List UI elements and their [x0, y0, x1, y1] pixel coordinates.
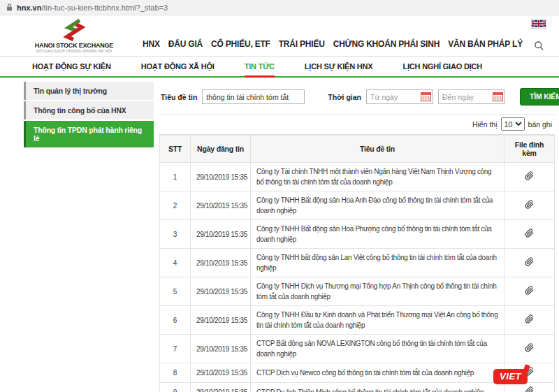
display-suffix: bản ghi: [528, 120, 552, 129]
row-index: 7: [160, 335, 191, 363]
subnav: HOẠT ĐỘNG SỰ KIỆNHOẠT ĐỘNG XÃ HỘITIN TỨC…: [0, 57, 559, 78]
title-filter-label: Tiêu đề tin: [161, 93, 197, 101]
attachment-cell[interactable]: [504, 191, 555, 220]
url-path: /tin-tuc-su-kien-ttcbhnx.html?_stab=3: [41, 3, 168, 12]
paperclip-icon[interactable]: [525, 314, 534, 324]
from-date-wrap: [366, 89, 433, 104]
col-header-stt: STT: [160, 136, 191, 163]
row-title-link[interactable]: CTCP Dịch vụ Newco công bố thông tin tài…: [251, 363, 504, 383]
col-header-file: File đính kèm: [504, 136, 555, 163]
logo-title: HANOI STOCK EXCHANGE: [29, 42, 119, 49]
lock-icon: [6, 3, 13, 11]
row-index: 5: [160, 277, 191, 306]
subnav-item[interactable]: LỊCH SỰ KIỆN HNX: [305, 62, 373, 76]
table-row: 4 29/10/2019 15:35 Công ty TNHH bất động…: [160, 249, 555, 277]
row-index: 2: [160, 191, 191, 220]
row-date: 29/10/2019 15:35: [191, 335, 251, 363]
search-icon[interactable]: [534, 41, 544, 51]
time-filter-label: Thời gian: [328, 93, 361, 101]
to-date-wrap: [438, 89, 505, 104]
table-header-row: STT Ngày đăng tin Tiêu đề tin File đính …: [160, 136, 555, 163]
attachment-cell[interactable]: [504, 335, 555, 363]
main-nav: HNXĐẤU GIÁCỔ PHIẾU, ETFTRÁI PHIẾUCHỨNG K…: [143, 39, 523, 49]
row-index: 9: [160, 383, 191, 392]
main-panel: Tiêu đề tin Thời gian TÌM KIẾM: [159, 82, 555, 392]
page: hnx.vn/tin-tuc-su-kien-ttcbhnx.html?_sta…: [0, 0, 559, 392]
subnav-item[interactable]: TIN TỨC: [245, 62, 275, 78]
col-header-title: Tiêu đề tin: [251, 136, 504, 163]
uk-flag-icon[interactable]: [532, 20, 546, 28]
main-nav-item[interactable]: ĐẤU GIÁ: [168, 39, 203, 49]
attachment-cell[interactable]: [504, 163, 555, 191]
paperclip-icon[interactable]: [525, 386, 534, 392]
logo-subtitle: SỞ GIAO DỊCH CHỨNG KHOÁN HÀ NỘI: [29, 49, 119, 53]
row-title-link[interactable]: Công ty TNHH Bất động sản Hoa Phượng côn…: [251, 220, 504, 249]
row-title-link[interactable]: Công ty Tài chính TNHH một thành viên Ng…: [251, 163, 504, 191]
display-bar: Hiển thị 10 bản ghi: [159, 115, 555, 135]
row-index: 3: [160, 220, 191, 249]
table-row: 7 29/10/2019 15:35 CTCP Bất động sản NOV…: [160, 335, 555, 363]
row-index: 6: [160, 306, 191, 335]
main-nav-item[interactable]: CỔ PHIẾU, ETF: [211, 39, 270, 49]
table-row: 5 29/10/2019 15:35 Công ty TNHH Dịch vụ …: [160, 277, 555, 306]
row-title-link[interactable]: CTCP Bất động sản NOVA LEXINGTON công bố…: [251, 335, 504, 363]
subnav-item[interactable]: HOẠT ĐỘNG SỰ KIỆN: [32, 62, 111, 76]
site-header: HANOI STOCK EXCHANGE SỞ GIAO DỊCH CHỨNG …: [0, 15, 559, 57]
sidebar-item[interactable]: Tin quản lý thị trường: [24, 82, 154, 100]
filter-bar: Tiêu đề tin Thời gian TÌM KIẾM: [159, 82, 555, 115]
paperclip-icon[interactable]: [525, 200, 534, 209]
title-filter-input[interactable]: [202, 89, 305, 104]
table-row: 6 29/10/2019 15:35 Công ty TNHH Đầu tư K…: [160, 306, 555, 335]
row-date: 29/10/2019 15:35: [191, 191, 251, 220]
search-button[interactable]: TÌM KIẾM: [520, 88, 559, 106]
attachment-cell[interactable]: [504, 306, 555, 335]
row-date: 29/10/2019 15:35: [191, 277, 251, 306]
row-title-link[interactable]: Công ty TNHH Bất động sản Hoa Anh Đào cô…: [251, 191, 504, 220]
sidebar: Tin quản lý thị trườngThông tin công bố …: [24, 82, 154, 149]
row-date: 29/10/2019 15:35: [191, 306, 251, 335]
sidebar-item[interactable]: Thông tin TPDN phát hành riêng lẻ: [24, 121, 154, 147]
table-row: 1 29/10/2019 15:35 Công ty Tài chính TNH…: [160, 163, 555, 191]
subnav-item[interactable]: HOẠT ĐỘNG XÃ HỘI: [141, 62, 215, 76]
table-row: 3 29/10/2019 15:35 Công ty TNHH Bất động…: [160, 220, 555, 249]
sidebar-item[interactable]: Thông tin công bố của HNX: [24, 101, 154, 119]
subnav-item[interactable]: LỊCH NGHỈ GIAO DỊCH: [402, 62, 482, 76]
url-host: hnx.vn: [17, 3, 41, 12]
attachment-cell[interactable]: [504, 220, 555, 249]
main-nav-item[interactable]: HNX: [143, 39, 160, 49]
attachment-cell[interactable]: [504, 249, 555, 277]
paperclip-icon[interactable]: [525, 286, 534, 295]
display-prefix: Hiển thị: [472, 120, 498, 129]
browser-url-bar[interactable]: hnx.vn/tin-tuc-su-kien-ttcbhnx.html?_sta…: [0, 0, 559, 15]
row-index: 1: [160, 163, 191, 191]
paperclip-icon[interactable]: [525, 228, 534, 238]
content: Tin quản lý thị trườngThông tin công bố …: [0, 78, 559, 392]
paperclip-icon[interactable]: [525, 343, 534, 352]
row-title-link[interactable]: Công ty TNHH Dịch vụ Thương mại Tổng hợp…: [251, 277, 504, 306]
row-index: 8: [160, 363, 191, 383]
main-nav-item[interactable]: TRÁI PHIẾU: [279, 39, 325, 49]
attachment-cell[interactable]: [504, 277, 555, 306]
paperclip-icon[interactable]: [525, 257, 534, 266]
paperclip-icon[interactable]: [525, 171, 534, 180]
page-size-select[interactable]: 10: [501, 117, 525, 131]
calendar-icon[interactable]: [493, 92, 503, 101]
table-row: 2 29/10/2019 15:35 Công ty TNHH Bất động…: [160, 191, 555, 220]
hnx-logo-icon: [60, 18, 88, 41]
main-nav-item[interactable]: VĂN BẢN PHÁP LÝ: [448, 39, 523, 49]
news-table: STT Ngày đăng tin Tiêu đề tin File đính …: [159, 135, 555, 392]
main-nav-item[interactable]: CHỨNG KHOÁN PHÁI SINH: [333, 39, 440, 49]
row-date: 29/10/2019 15:35: [191, 163, 251, 191]
calendar-icon[interactable]: [421, 92, 431, 101]
row-title-link[interactable]: Công ty TNHH Đầu tư Kinh doanh và Phát t…: [251, 306, 504, 335]
row-date: 29/10/2019 15:35: [191, 383, 251, 392]
row-date: 29/10/2019 15:35: [191, 249, 251, 277]
row-title-link[interactable]: Công ty TNHH bất động sản Lan Việt công …: [251, 249, 504, 277]
row-title-link[interactable]: CTCP Du lịch Thiên Minh công bố thông ti…: [251, 383, 504, 392]
hnx-logo[interactable]: HANOI STOCK EXCHANGE SỞ GIAO DỊCH CHỨNG …: [29, 18, 119, 53]
row-date: 29/10/2019 15:35: [191, 220, 251, 249]
viet-watermark: VIET: [493, 369, 528, 384]
row-date: 29/10/2019 15:35: [191, 363, 251, 383]
row-index: 4: [160, 249, 191, 277]
col-header-date: Ngày đăng tin: [191, 136, 251, 163]
